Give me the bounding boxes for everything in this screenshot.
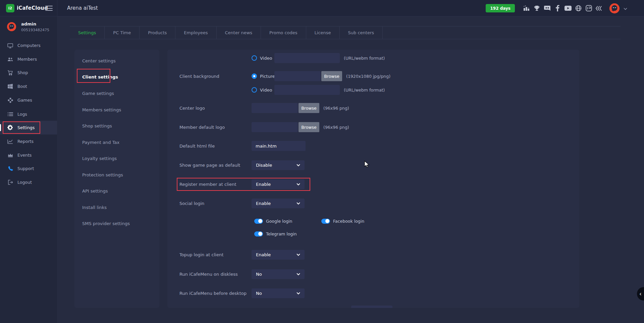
icafecloud-mini-icon[interactable] [585,5,592,12]
subnav-install-links[interactable]: Install links [74,202,159,212]
next-row-partial-input [351,306,392,308]
register-member-select[interactable]: Enable [252,179,305,189]
trophy-icon[interactable] [533,5,540,12]
form-row-default-html-file: Default html file [179,141,306,151]
video-format-note: (URL/webm format) [344,56,385,61]
panel-collapse-button[interactable]: ‹ [637,287,644,301]
sidebar-item-label: Members [17,57,37,62]
tab-license[interactable]: License [306,26,340,39]
list-icon [7,111,13,117]
video-radio[interactable] [252,55,257,61]
sidebar-item-support[interactable]: Support [0,162,57,175]
form-row-register-member: Register member at client Enable [179,179,305,189]
member-logo-note: (96x96 png) [323,125,349,130]
chevron-down-icon [297,273,300,275]
subnav-payment-and-tax[interactable]: Payment and Tax [74,137,159,147]
facebook-login-toggle[interactable] [321,219,330,224]
member-logo-browse-button[interactable]: Browse [299,122,319,132]
sidebar-item-logs[interactable]: Logs [0,107,57,121]
windows-icon [7,84,13,89]
run-icafemenu-before-desktop-select[interactable]: No [252,288,305,298]
sidebar-item-label: Shop [17,70,28,75]
member-default-logo-input[interactable] [252,122,298,132]
subnav-members-settings[interactable]: Members settings [74,105,159,115]
facebook-icon[interactable] [554,5,561,12]
tab-promo-codes[interactable]: Promo codes [261,26,306,39]
picture-browse-button[interactable]: Browse [321,71,342,81]
video-url-input[interactable] [274,53,340,63]
discord-icon[interactable] [544,5,551,12]
sidebar-item-settings[interactable]: Settings [0,121,57,134]
tab-sub-centers[interactable]: Sub centers [340,26,383,39]
license-days-badge[interactable]: 192 days [486,4,515,12]
default-html-file-input[interactable] [252,141,306,151]
user-menu-chevron-down-icon[interactable] [624,5,627,11]
run-icafemenu-diskless-label: Run iCafeMenu on diskless [179,272,252,277]
run-icafemenu-diskless-value: No [256,272,262,277]
sidebar-item-computers[interactable]: Computers [0,39,57,52]
google-login-toggle[interactable] [254,219,263,224]
background-video-radio[interactable] [252,87,257,93]
sidebar-item-members[interactable]: Members [0,52,57,66]
show-game-page-select[interactable]: Disable [252,160,305,170]
register-member-value: Enable [256,182,271,187]
subnav-sms-provider-settings[interactable]: SMS provider settings [74,218,159,228]
tab-employees[interactable]: Employees [175,26,216,39]
telegram-login-label: Telegram login [266,231,297,236]
hamburger-menu-icon[interactable] [45,6,53,11]
active-indicator [0,124,1,131]
picture-file-input[interactable] [274,71,321,81]
video-radio-label: Video [260,56,274,61]
client-background-label: Client background [179,74,252,79]
subnav-center-settings[interactable]: Center settings [74,56,159,66]
subnav-client-settings[interactable]: Client settings [74,72,159,82]
sidebar-item-logout[interactable]: Logout [0,175,57,189]
picture-format-note: (1920x1080 jpg/png) [346,74,390,79]
subnav-api-settings[interactable]: API settings [74,186,159,196]
subnav-shop-settings[interactable]: Shop settings [74,121,159,131]
ranking-podium-icon[interactable] [523,5,530,12]
topbar: i2 iCafeCloud Arena aiTest 192 days [0,0,644,16]
sidebar-user-name: admin [21,21,36,26]
background-video-url-input[interactable] [274,85,340,95]
run-icafemenu-diskless-select[interactable]: No [252,269,305,279]
tab-settings[interactable]: Settings [70,26,105,39]
center-logo-input[interactable] [252,103,298,113]
client-settings-form: Video (URL/webm format) Client backgroun… [167,50,579,308]
topup-login-value: Enable [256,252,271,257]
topup-login-label: Topup login at client [179,252,252,257]
subnav-protection-settings[interactable]: Protection settings [74,170,159,180]
picture-radio[interactable] [252,73,257,79]
sidebar-user-avatar[interactable] [7,22,16,31]
youtube-icon[interactable] [565,5,572,12]
social-login-select[interactable]: Enable [252,199,305,208]
topup-login-select[interactable]: Enable [252,250,305,260]
icafecloud-logo-icon: i2 [6,4,14,12]
center-logo-browse-button[interactable]: Browse [299,103,319,113]
brand-title: iCafeCloud [17,5,48,11]
telegram-login-toggle-group: Telegram login [254,231,297,236]
form-row-topup-login: Topup login at client Enable [179,250,305,260]
sidebar-item-games[interactable]: Games [0,93,57,107]
tab-pc-time[interactable]: PC Time [105,26,140,39]
user-avatar[interactable] [609,3,620,13]
telegram-login-toggle[interactable] [254,231,263,236]
sidebar-item-events[interactable]: Events [0,148,57,162]
picture-radio-label: Picture [260,74,274,79]
tabstrip: Settings PC Time Products Employees Cent… [70,26,621,39]
background-video-radio-label: Video [260,88,274,93]
sidebar-item-shop[interactable]: Shop [0,66,57,79]
sidebar-item-boot[interactable]: Boot [0,79,57,93]
tab-products[interactable]: Products [140,26,175,39]
chevron-down-icon [297,202,300,205]
layers-icon[interactable] [596,5,603,12]
globe-icon[interactable] [575,5,582,12]
subnav-loyalty-settings[interactable]: Loyalty settings [74,153,159,163]
subnav-game-settings[interactable]: Game settings [74,88,159,98]
register-member-label: Register member at client [179,182,252,187]
form-row-client-background: Client background Picture Browse (1920x1… [179,71,390,81]
form-row-run-icafemenu-diskless: Run iCafeMenu on diskless No [179,269,305,279]
tab-center-news[interactable]: Center news [217,26,261,39]
sidebar-item-reports[interactable]: Reports [0,134,57,148]
form-row-social-toggles-1: Google login Facebook login [179,218,364,224]
